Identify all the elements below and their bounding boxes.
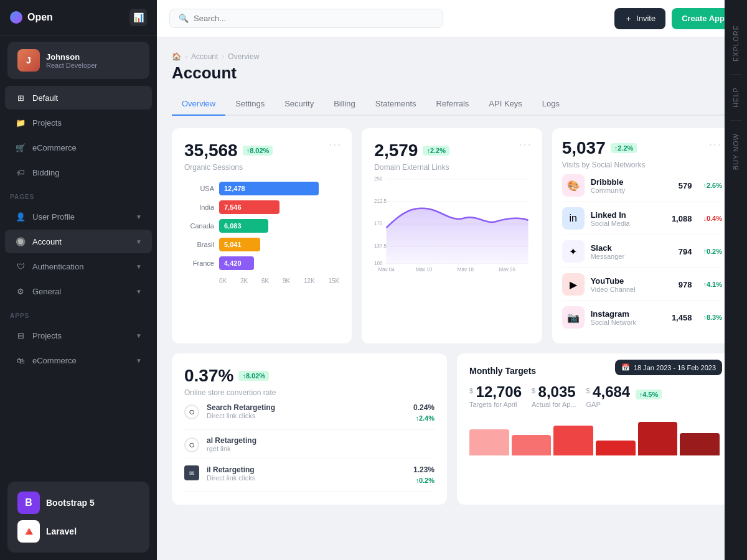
gap-item: $ 4,684 ↑4.5% GAP xyxy=(586,383,662,408)
bar-axis: 0K3K6K9K12K15K xyxy=(184,275,339,284)
tab-referrals[interactable]: Referrals xyxy=(426,93,479,116)
chevron-icon: ▼ xyxy=(136,332,142,339)
settings-icon: ⚙ xyxy=(15,286,26,297)
sidebar-item-general[interactable]: ⚙ General ▼ xyxy=(5,279,152,303)
social-count: 579 xyxy=(679,181,692,190)
tab-logs[interactable]: Logs xyxy=(532,93,570,116)
tab-settings[interactable]: Settings xyxy=(225,93,275,116)
retargeting-icon: ○ xyxy=(184,437,199,452)
account-icon: 🔘 xyxy=(15,236,26,247)
sidebar-item-user-profile[interactable]: 👤 User Profile ▼ xyxy=(5,205,152,228)
bar-country: France xyxy=(184,259,214,267)
search-box[interactable]: 🔍 xyxy=(169,9,443,28)
sidebar-item-projects[interactable]: 📁 Projects xyxy=(5,111,152,134)
svg-text:250: 250 xyxy=(374,175,383,182)
tab-statements[interactable]: Statements xyxy=(365,93,426,116)
nav-label: eCommerce xyxy=(32,356,77,365)
social-card: ··· 5,037 ↑2.2% Visits by Social Network… xyxy=(552,128,732,343)
card-more-button[interactable]: ··· xyxy=(709,138,722,151)
card-more-button[interactable]: ··· xyxy=(519,138,532,151)
bar-country: India xyxy=(184,203,214,211)
gap-badge: ↑4.5% xyxy=(636,390,662,399)
svg-text:May 18: May 18 xyxy=(458,266,474,271)
logo-icon xyxy=(10,11,22,24)
social-badge: ↑2.2% xyxy=(611,143,637,153)
nav-label: Projects xyxy=(32,331,62,340)
domain-label: Domain External Links xyxy=(374,163,529,172)
retargeting-icon: ✉ xyxy=(184,465,199,480)
gap-label: GAP xyxy=(586,401,662,408)
bar-track: 4,420 xyxy=(219,256,339,270)
metric-value: 5,037 ↑2.2% xyxy=(562,138,722,158)
tab-api-keys[interactable]: API Keys xyxy=(479,93,532,116)
organic-label: Organic Sessions xyxy=(184,163,339,172)
nav-label: Bidding xyxy=(32,168,59,177)
social-count: 1,088 xyxy=(672,214,692,223)
organic-sessions-card: ··· 35,568 ↑8.02% Organic Sessions USA 1… xyxy=(172,128,352,343)
bar xyxy=(596,441,636,455)
nav-label: Account xyxy=(32,237,62,246)
grid-icon: ⊞ xyxy=(15,92,26,103)
social-row-dribbble: 🎨 Dribbble Community 579 ↑2.6% xyxy=(562,169,722,202)
invite-button[interactable]: ＋ Invite xyxy=(614,8,665,29)
sidebar-item-default[interactable]: ⊞ Default xyxy=(5,86,152,110)
social-count: 978 xyxy=(679,280,692,289)
sidebar-item-ecommerce-app[interactable]: 🛍 eCommerce ▼ xyxy=(5,348,152,372)
bar-track: 5,041 xyxy=(219,238,339,251)
conversion-label: Online store convertion rate xyxy=(184,388,435,397)
social-name: Dribbble xyxy=(591,177,626,187)
bootstrap-promo: B Bootstrap 5 xyxy=(17,492,139,514)
bar-track: 12,478 xyxy=(219,182,339,195)
social-row-linkedin: in Linked In Social Media 1,088 ↓0.4% xyxy=(562,202,722,235)
bar-track: 7,546 xyxy=(219,200,339,214)
chevron-icon: ▼ xyxy=(136,288,142,295)
card-more-button[interactable]: ··· xyxy=(329,138,342,151)
social-change-val: ↑0.2% xyxy=(703,248,722,255)
monthly-targets-card: Monthly Targets 📅 18 Jan 2023 - 16 Feb 2… xyxy=(457,353,732,505)
tab-overview[interactable]: Overview xyxy=(172,93,225,116)
retargeting-row-1: ○ Search Retargeting Direct link clicks … xyxy=(184,397,435,430)
sidebar-item-bidding[interactable]: 🏷 Bidding xyxy=(5,161,152,184)
tab-security[interactable]: Security xyxy=(275,93,324,116)
app-name: Open xyxy=(27,12,53,23)
chevron-icon: ▼ xyxy=(136,213,142,220)
bootstrap-label: Bootstrap 5 xyxy=(46,498,95,508)
bar-row-france: France 4,420 xyxy=(184,256,339,270)
buy-now-button[interactable]: Buy now xyxy=(727,121,745,182)
sidebar-item-ecommerce[interactable]: 🛒 eCommerce xyxy=(5,136,152,159)
bar-fill: 5,041 xyxy=(219,238,260,251)
explore-button[interactable]: Explore xyxy=(727,12,745,74)
search-input[interactable] xyxy=(194,14,434,23)
social-type: Social Network xyxy=(591,319,636,326)
breadcrumb-account[interactable]: Account xyxy=(191,52,218,61)
bar-row-usa: USA 12,478 xyxy=(184,182,339,195)
topbar-actions: ＋ Invite Create App xyxy=(614,8,735,29)
sidebar-logo: Open xyxy=(10,11,53,24)
bottom-grid: ··· 0.37% ↑8.02% Online store convertion… xyxy=(172,353,732,505)
analytics-button[interactable]: 📊 xyxy=(129,9,147,26)
home-icon: 🏠 xyxy=(172,52,181,61)
gap-change: ↑4.5% xyxy=(639,391,659,398)
social-count: 1,458 xyxy=(672,313,692,322)
svg-text:May 04: May 04 xyxy=(378,266,395,271)
user-card[interactable]: J Johnson React Developer xyxy=(7,42,149,79)
metric-value: 0.37% ↑8.02% xyxy=(184,366,435,386)
sidebar-item-projects-app[interactable]: ⊟ Projects ▼ xyxy=(5,324,152,347)
organic-badge: ↑8.02% xyxy=(243,146,273,156)
bar-value: 5,041 xyxy=(224,241,242,248)
bar xyxy=(469,429,509,455)
social-row-youtube: ▶ YouTube Video Channel 978 ↑4.1% xyxy=(562,268,722,301)
targets-values: $ 12,706 Targets for April $ 8,035 Actua… xyxy=(469,383,720,408)
bar-fill: 12,478 xyxy=(219,182,319,195)
social-row-slack: ✦ Slack Messanger 794 ↑0.2% xyxy=(562,235,722,268)
tab-billing[interactable]: Billing xyxy=(324,93,365,116)
sidebar-item-account[interactable]: 🔘 Account ▼ xyxy=(5,230,152,253)
help-button[interactable]: Help xyxy=(727,75,745,120)
retargeting-sub: Direct link clicks xyxy=(207,412,275,419)
calendar-icon: 📅 xyxy=(621,363,630,371)
tabs: Overview Settings Security Billing State… xyxy=(172,93,732,116)
domain-badge: ↑2.2% xyxy=(423,146,449,156)
sidebar-item-authentication[interactable]: 🛡 Authentication ▼ xyxy=(5,254,152,278)
social-name: Linked In xyxy=(591,210,630,220)
date-range: 18 Jan 2023 - 16 Feb 2023 xyxy=(634,364,716,371)
